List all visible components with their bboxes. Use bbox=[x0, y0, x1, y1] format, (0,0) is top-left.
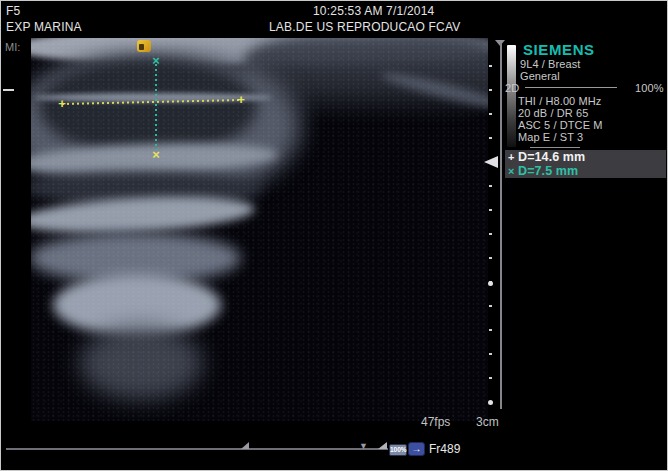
ultrasound-screen: F5 EXP MARINA 10:25:53 AM 7/1/2014 LAB.D… bbox=[0, 0, 668, 471]
datetime: 10:25:53 AM 7/1/2014 bbox=[313, 4, 434, 18]
measurement-readout: +D=14.6 mm ×D=7.5 mm bbox=[505, 150, 666, 178]
measurement-divider bbox=[530, 147, 580, 148]
measurement-value: D=14.6 mm bbox=[518, 150, 585, 164]
param-map: Map E / ST 3 bbox=[518, 131, 583, 143]
function-key-label: F5 bbox=[6, 4, 20, 18]
depth-scale-label: 3cm bbox=[476, 415, 499, 429]
institution-name: LAB.DE US REPRODUCAO FCAV bbox=[269, 20, 460, 34]
param-gain: 20 dB / DR 65 bbox=[518, 107, 588, 119]
cine-scrollbar[interactable] bbox=[6, 448, 388, 450]
focus-position-icon[interactable] bbox=[484, 156, 498, 168]
measurement-row: +D=14.6 mm bbox=[505, 150, 666, 164]
caliper-plus-icon[interactable]: + bbox=[237, 93, 245, 106]
mi-label: MI: bbox=[5, 41, 20, 53]
caliper-x-icon[interactable]: × bbox=[152, 54, 160, 67]
cine-marker-icon[interactable]: ▼ bbox=[359, 442, 368, 451]
b-mode-image[interactable]: + + × × bbox=[31, 38, 488, 421]
caliper-plus-icon[interactable]: + bbox=[58, 97, 66, 110]
caliper-x-icon: × bbox=[508, 164, 518, 178]
measurement-value: D=7.5 mm bbox=[518, 164, 578, 178]
caliper-x-icon[interactable]: × bbox=[152, 148, 160, 161]
caliper-line-vertical bbox=[155, 64, 157, 150]
frame-rate: 47fps bbox=[421, 415, 450, 429]
left-edge-tick bbox=[3, 89, 14, 91]
probe-orientation-icon bbox=[137, 40, 151, 52]
patient-name: EXP MARINA bbox=[6, 20, 82, 34]
zoom-level-badge[interactable]: 100% bbox=[389, 444, 407, 456]
caliper-plus-icon: + bbox=[508, 150, 518, 164]
mode-label: 2D bbox=[505, 82, 519, 94]
speckle-texture bbox=[31, 38, 488, 421]
depth-ruler-cm-tick bbox=[488, 281, 493, 286]
arrow-right-icon[interactable]: → bbox=[408, 442, 425, 456]
depth-ruler-cm-tick bbox=[488, 400, 493, 405]
depth-ruler-ticks bbox=[489, 65, 492, 405]
gain-percent: 100% bbox=[635, 82, 664, 94]
mode-divider bbox=[525, 87, 617, 88]
preset-detail: General bbox=[520, 70, 560, 82]
measurement-row: ×D=7.5 mm bbox=[505, 164, 666, 178]
param-thi: THI / H8.00 MHz bbox=[518, 95, 601, 107]
grayscale-bar bbox=[507, 45, 516, 147]
frame-number: Fr489 bbox=[429, 442, 460, 456]
param-asc: ASC 5 / DTCE M bbox=[518, 119, 603, 131]
cine-position-icon[interactable] bbox=[378, 442, 387, 449]
depth-ruler bbox=[500, 43, 502, 409]
brand-logo: SIEMENS bbox=[523, 41, 595, 58]
cine-marker-icon[interactable] bbox=[241, 442, 249, 449]
transducer-preset: 9L4 / Breast bbox=[520, 58, 581, 70]
